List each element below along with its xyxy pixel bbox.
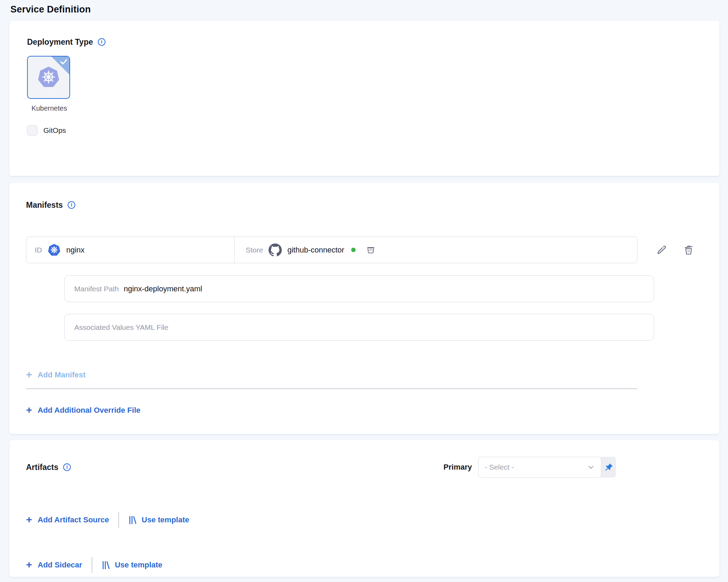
plus-icon [26, 559, 32, 570]
artifacts-heading: Artifacts [26, 463, 58, 472]
use-template-label: Use template [115, 560, 162, 570]
primary-artifact-group: Primary - Select - [443, 457, 616, 478]
artifact-source-links-row: Add Artifact Source Use template [26, 512, 703, 528]
manifest-row[interactable]: ID nginx [26, 237, 637, 263]
add-sidecar-button[interactable]: Add Sidecar [26, 560, 82, 570]
delete-manifest-button[interactable] [683, 245, 694, 255]
store-label: Store [246, 246, 263, 254]
info-icon[interactable] [63, 463, 71, 471]
add-override-label: Add Additional Override File [38, 406, 141, 415]
primary-select-wrap: - Select - [478, 457, 616, 478]
use-template-artifact-button[interactable]: Use template [128, 515, 189, 525]
manifest-path-label: Manifest Path [74, 285, 119, 293]
deployment-type-card: Deployment Type Kubernetes [9, 21, 719, 176]
info-icon[interactable] [68, 201, 75, 209]
template-library-icon [128, 515, 137, 525]
deployment-type-heading-row: Deployment Type [27, 37, 719, 47]
gitops-label: GitOps [43, 126, 66, 135]
info-icon[interactable] [98, 38, 105, 46]
manifests-card: Manifests ID [9, 183, 719, 434]
artifacts-heading-row: Artifacts [26, 462, 71, 472]
trash-icon [683, 245, 694, 255]
links-divider [92, 557, 92, 573]
primary-select-value: - Select - [485, 463, 514, 471]
svg-text:</>: </> [369, 248, 373, 252]
manifest-id-label: ID [35, 246, 42, 254]
template-library-icon [102, 560, 110, 570]
page-title: Service Definition [0, 0, 728, 21]
primary-label: Primary [443, 463, 472, 472]
store-connector-value: github-connector [287, 246, 344, 255]
github-icon [269, 243, 282, 257]
manifest-store-section[interactable]: Store github-connector </> [235, 237, 637, 263]
check-icon [60, 59, 68, 65]
kubernetes-icon [48, 243, 61, 257]
pin-icon [604, 463, 613, 472]
kubernetes-icon [37, 66, 60, 89]
add-artifact-source-label: Add Artifact Source [38, 515, 109, 524]
manifest-path-input[interactable]: Manifest Path nginx-deployment.yaml [64, 275, 654, 302]
manifest-path-value: nginx-deployment.yaml [124, 284, 202, 293]
plus-icon [26, 514, 32, 525]
add-override-file-button[interactable]: Add Additional Override File [26, 405, 141, 416]
manifests-heading: Manifests [26, 200, 63, 210]
gitops-checkbox[interactable] [27, 125, 37, 136]
artifacts-card: Artifacts Primary - Select - [9, 440, 719, 577]
pencil-icon [656, 244, 667, 256]
deployment-type-kubernetes-tile[interactable] [27, 56, 70, 99]
links-divider [118, 512, 119, 528]
use-template-sidecar-button[interactable]: Use template [102, 560, 162, 570]
manifest-row-wrap: ID nginx [26, 237, 719, 263]
primary-artifact-select[interactable]: - Select - [478, 457, 601, 478]
artifacts-header: Artifacts Primary - Select - [26, 457, 703, 478]
deployment-type-heading: Deployment Type [27, 37, 93, 47]
manifest-id-section[interactable]: ID nginx [26, 237, 235, 263]
kubernetes-tile-label: Kubernetes [27, 104, 71, 112]
connector-status-dot [351, 248, 356, 252]
add-manifest-button[interactable]: Add Manifest [26, 370, 86, 380]
sidecar-links-row: Add Sidecar Use template [26, 557, 703, 573]
add-manifest-label: Add Manifest [38, 370, 86, 379]
values-yaml-placeholder: Associated Values YAML File [74, 323, 168, 332]
manifest-id-value: nginx [66, 246, 85, 255]
plus-icon [26, 405, 32, 415]
manifests-heading-row: Manifests [26, 200, 719, 210]
add-sidecar-label: Add Sidecar [38, 560, 82, 570]
edit-manifest-button[interactable] [656, 244, 667, 256]
chevron-down-icon [586, 463, 595, 472]
pin-button[interactable] [601, 457, 616, 478]
code-icon[interactable]: </> [366, 245, 375, 255]
gitops-row: GitOps [27, 125, 719, 136]
add-artifact-source-button[interactable]: Add Artifact Source [26, 515, 109, 525]
use-template-label: Use template [142, 515, 189, 524]
values-yaml-input[interactable]: Associated Values YAML File [64, 314, 654, 341]
plus-icon [26, 369, 32, 380]
manifest-row-actions [656, 244, 694, 256]
